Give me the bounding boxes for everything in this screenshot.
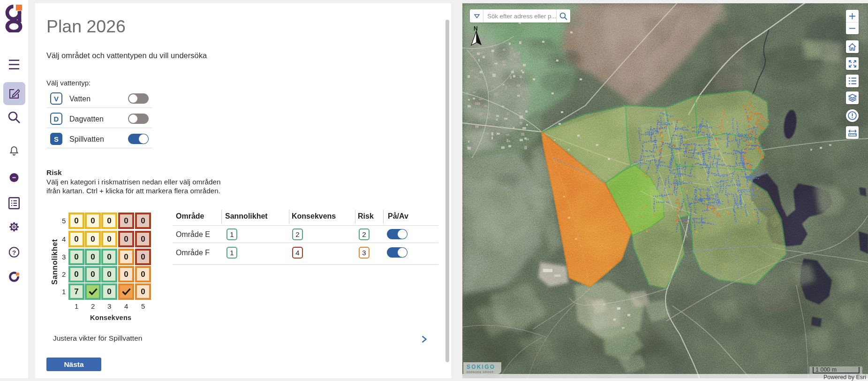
svg-text:?: ?	[12, 249, 16, 256]
